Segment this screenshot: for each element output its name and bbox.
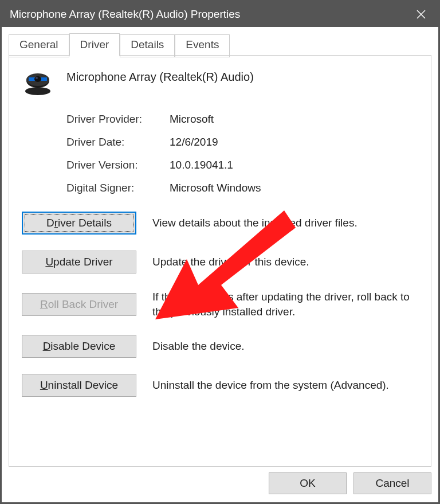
digital-signer-row: Digital Signer: Microsoft Windows [66, 182, 418, 194]
driver-details-row: Driver Details View details about the in… [22, 212, 418, 235]
cancel-button[interactable]: Cancel [353, 472, 431, 494]
close-icon [417, 10, 426, 19]
driver-date-value: 12/6/2019 [170, 136, 218, 149]
tab-content-driver: Microphone Array (Realtek(R) Audio) Driv… [9, 56, 431, 467]
update-driver-row: Update Driver Update the driver for this… [22, 251, 418, 274]
tab-bar: General Driver Details Events [2, 27, 438, 56]
driver-details-desc: View details about the installed driver … [152, 216, 418, 230]
svg-point-6 [34, 76, 41, 82]
digital-signer-label: Digital Signer: [66, 182, 170, 194]
rollback-driver-button: Roll Back Driver [22, 293, 136, 316]
driver-info-block: Driver Provider: Microsoft Driver Date: … [22, 113, 418, 194]
svg-point-7 [36, 77, 38, 79]
dialog-buttons: OK Cancel [2, 467, 438, 502]
tab-driver[interactable]: Driver [69, 33, 120, 56]
tab-general[interactable]: General [9, 34, 69, 57]
device-header: Microphone Array (Realtek(R) Audio) [22, 67, 418, 97]
uninstall-device-row: Uninstall Device Uninstall the device fr… [22, 374, 418, 397]
driver-date-row: Driver Date: 12/6/2019 [66, 136, 418, 149]
disable-device-row: Disable Device Disable the device. [22, 335, 418, 358]
properties-window: Microphone Array (Realtek(R) Audio) Prop… [0, 0, 440, 504]
titlebar: Microphone Array (Realtek(R) Audio) Prop… [2, 2, 438, 27]
driver-version-value: 10.0.19041.1 [170, 159, 233, 171]
rollback-driver-row: Roll Back Driver If the device fails aft… [22, 290, 418, 319]
digital-signer-value: Microsoft Windows [170, 182, 261, 194]
update-driver-button[interactable]: Update Driver [22, 251, 136, 274]
disable-device-desc: Disable the device. [152, 339, 418, 354]
webcam-icon [22, 69, 54, 97]
window-title: Microphone Array (Realtek(R) Audio) Prop… [10, 8, 404, 21]
driver-details-button[interactable]: Driver Details [22, 212, 136, 235]
rollback-driver-desc: If the device fails after updating the d… [152, 290, 418, 319]
device-name-label: Microphone Array (Realtek(R) Audio) [66, 67, 254, 84]
driver-provider-value: Microsoft [170, 113, 214, 126]
tab-details[interactable]: Details [120, 34, 175, 57]
driver-provider-row: Driver Provider: Microsoft [66, 113, 418, 126]
tab-events[interactable]: Events [175, 34, 230, 57]
uninstall-device-desc: Uninstall the device from the system (Ad… [152, 378, 418, 393]
disable-device-button[interactable]: Disable Device [22, 335, 136, 358]
driver-version-label: Driver Version: [66, 159, 170, 171]
driver-provider-label: Driver Provider: [66, 113, 170, 126]
uninstall-device-button[interactable]: Uninstall Device [22, 374, 136, 397]
svg-point-2 [25, 87, 50, 95]
ok-button[interactable]: OK [269, 472, 347, 494]
driver-date-label: Driver Date: [66, 136, 170, 149]
update-driver-desc: Update the driver for this device. [152, 255, 418, 269]
driver-version-row: Driver Version: 10.0.19041.1 [66, 159, 418, 171]
close-button[interactable] [404, 2, 438, 27]
